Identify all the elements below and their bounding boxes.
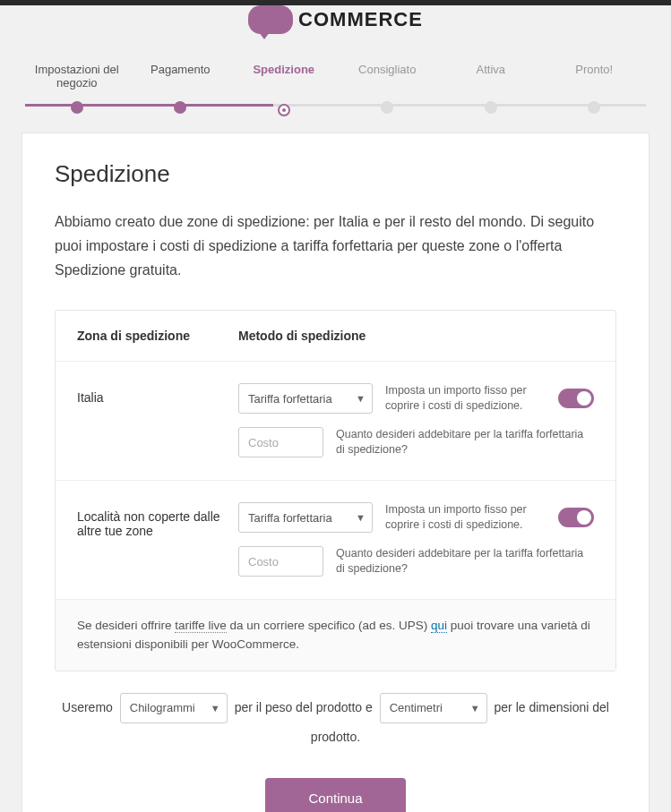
shipping-method-select[interactable]: Tariffa forfettaria ▼ xyxy=(238,383,373,414)
method-desc: Imposta un importo fisso per coprire i c… xyxy=(385,502,546,534)
logo-area: COMMERCE xyxy=(0,5,671,45)
flat-rate-cost-input[interactable] xyxy=(238,427,323,457)
table-header: Zona di spedizione Metodo di spedizione xyxy=(56,311,615,362)
units-row: Useremo Chilogrammi ▼ per il peso del pr… xyxy=(55,693,616,751)
step-label: Spedizione xyxy=(253,63,314,76)
zone-enabled-toggle[interactable] xyxy=(558,508,594,527)
continue-wrap: Continua xyxy=(55,778,616,812)
method-desc: Imposta un importo fisso per coprire i c… xyxy=(385,383,546,415)
continue-button[interactable]: Continua xyxy=(265,778,405,812)
header-zone: Zona di spedizione xyxy=(77,329,238,343)
weight-unit-dropdown[interactable]: Chilogrammi xyxy=(120,693,228,723)
intro-text: Abbiamo creato due zone di spedizione: p… xyxy=(55,209,616,283)
step-label: Pronto! xyxy=(575,63,613,76)
step-label: Impostazioni del negozio xyxy=(35,63,119,90)
step-ready[interactable]: Pronto! xyxy=(543,63,647,115)
step-label: Attiva xyxy=(476,63,505,76)
step-label: Pagamento xyxy=(151,63,211,76)
step-dot-icon xyxy=(280,106,288,115)
shipping-method-dropdown[interactable]: Tariffa forfettaria xyxy=(238,383,373,414)
shipping-zone-row: Località non coperte dalle altre tue zon… xyxy=(56,481,615,600)
dimension-unit-dropdown[interactable]: Centimetri xyxy=(380,693,487,723)
step-dot-icon xyxy=(71,101,83,114)
page-title: Spedizione xyxy=(55,160,616,188)
footer-extensions-link[interactable]: qui xyxy=(431,619,447,633)
weight-unit-select[interactable]: Chilogrammi ▼ xyxy=(120,693,228,723)
step-store-settings[interactable]: Impostazioni del negozio xyxy=(25,63,129,115)
footer-text-pre: Se desideri offrire xyxy=(77,619,175,632)
shipping-method-select[interactable]: Tariffa forfettaria ▼ xyxy=(238,502,373,533)
units-text-mid: per il peso del prodotto e xyxy=(235,699,373,714)
wizard-stepper: Impostazioni del negozio Pagamento Spedi… xyxy=(0,45,671,115)
shipping-footer-note: Se desideri offrire tariffe live da un c… xyxy=(56,600,615,671)
step-shipping[interactable]: Spedizione xyxy=(232,63,336,115)
step-recommended[interactable]: Consigliato xyxy=(336,63,440,115)
units-text-pre: Useremo xyxy=(62,699,113,714)
shipping-method-dropdown[interactable]: Tariffa forfettaria xyxy=(238,502,373,533)
zone-name: Località non coperte dalle altre tue zon… xyxy=(77,502,238,538)
step-dot-icon xyxy=(174,101,186,114)
logo-bubble-icon xyxy=(248,5,293,34)
dimension-unit-select[interactable]: Centimetri ▼ xyxy=(380,693,487,723)
step-dot-icon xyxy=(485,101,497,114)
header-method: Metodo di spedizione xyxy=(238,329,594,343)
shipping-zone-row: Italia Tariffa forfettaria ▼ Imposta un … xyxy=(56,362,615,481)
cost-desc: Quanto desideri addebitare per la tariff… xyxy=(336,546,594,577)
footer-dotted-term: tariffe live xyxy=(175,619,227,633)
zone-method-block: Tariffa forfettaria ▼ Imposta un importo… xyxy=(238,502,594,577)
toggle-knob xyxy=(577,391,591,406)
step-activate[interactable]: Attiva xyxy=(439,63,543,115)
toggle-knob xyxy=(577,510,591,525)
flat-rate-cost-input[interactable] xyxy=(238,546,323,577)
step-dot-icon xyxy=(381,101,393,114)
zone-enabled-toggle[interactable] xyxy=(558,389,594,408)
zone-method-block: Tariffa forfettaria ▼ Imposta un importo… xyxy=(238,383,594,458)
main-card: Spedizione Abbiamo creato due zone di sp… xyxy=(22,132,649,812)
zone-name: Italia xyxy=(77,383,238,405)
step-label: Consigliato xyxy=(358,63,416,76)
footer-text-mid: da un corriere specifico (ad es. UPS) xyxy=(227,619,431,632)
shipping-table: Zona di spedizione Metodo di spedizione … xyxy=(55,310,616,671)
step-dot-icon xyxy=(588,101,600,114)
logo-text: COMMERCE xyxy=(298,8,423,31)
woocommerce-logo: COMMERCE xyxy=(248,5,423,34)
cost-desc: Quanto desideri addebitare per la tariff… xyxy=(336,427,594,458)
step-payment[interactable]: Pagamento xyxy=(129,63,233,115)
